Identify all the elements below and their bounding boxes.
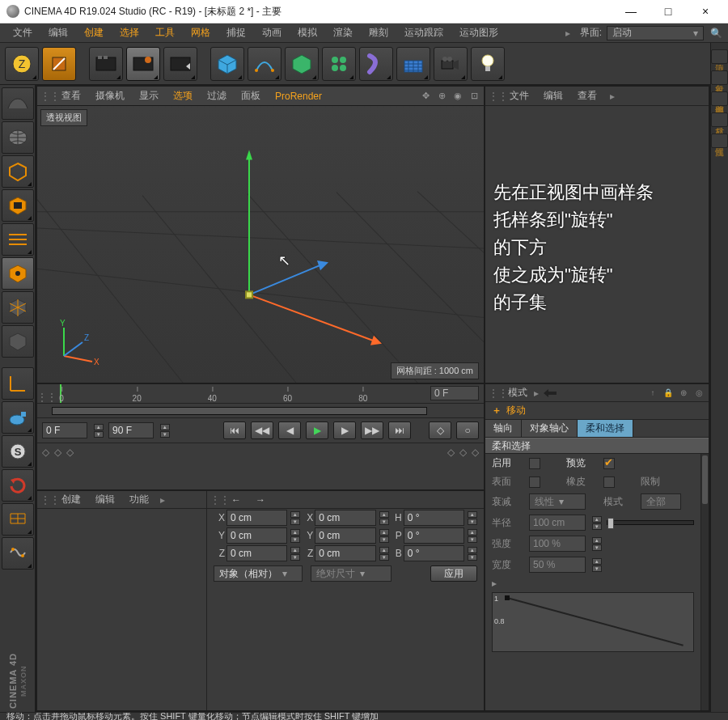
scale-tool-button[interactable]: S xyxy=(2,435,34,468)
coords-menu-edit[interactable]: 编辑 xyxy=(89,493,121,506)
coord-mode2-dropdown[interactable]: 绝对尺寸 xyxy=(311,565,392,582)
right-tab-attr[interactable]: 属性 xyxy=(711,133,728,148)
coords-nav-right[interactable]: → xyxy=(249,494,272,506)
menu-edit[interactable]: 编辑 xyxy=(40,23,76,42)
deformer-button[interactable] xyxy=(359,47,393,81)
autokey-button[interactable]: ○ xyxy=(456,421,479,439)
om-menu-view[interactable]: 查看 xyxy=(571,89,603,103)
surface-checkbox[interactable] xyxy=(529,476,540,488)
viewport-menu-prorender[interactable]: ProRender xyxy=(269,91,328,102)
falloff-curve[interactable]: 1 0.8 xyxy=(492,592,694,652)
uv-poly-button[interactable] xyxy=(2,325,34,358)
snap-button[interactable] xyxy=(2,503,34,536)
nav-prev-icon[interactable]: ▸ xyxy=(561,26,575,40)
panel-grip-icon[interactable]: ⋮⋮ xyxy=(489,91,502,102)
menu-render[interactable]: 渲染 xyxy=(325,23,361,42)
texture-mode-button[interactable] xyxy=(2,155,34,188)
edge-mode-button[interactable] xyxy=(2,257,34,290)
coords-menu-func[interactable]: 功能 xyxy=(123,493,155,506)
camera-button[interactable] xyxy=(434,47,468,81)
current-frame-field[interactable]: 0 F xyxy=(430,386,479,400)
tab-object-axis[interactable]: 对象轴心 xyxy=(522,420,578,437)
size-x-spin[interactable]: ▴▾ xyxy=(379,511,389,525)
ui-layout-dropdown[interactable]: 启动 xyxy=(607,26,704,40)
next-key-button[interactable]: ▶▶ xyxy=(361,421,383,439)
right-tab-content[interactable]: 内容浏览器 xyxy=(711,91,728,106)
strength-field[interactable]: 100 % xyxy=(529,536,586,552)
rot-p-field[interactable]: 0 ° xyxy=(404,527,464,544)
viewport-menu-display[interactable]: 显示 xyxy=(133,89,165,103)
right-tab-render[interactable]: 渲染 xyxy=(711,49,728,64)
prev-key-button[interactable]: ◀◀ xyxy=(251,421,273,439)
point-mode-button[interactable] xyxy=(2,223,34,256)
goto-start-button[interactable]: ⏮ xyxy=(223,421,246,439)
axis-button[interactable] xyxy=(2,367,34,400)
width-field[interactable]: 50 % xyxy=(529,557,586,573)
panel-grip-icon[interactable]: ⋮⋮ xyxy=(40,91,53,102)
next-frame-button[interactable]: ▶ xyxy=(333,421,356,439)
size-z-field[interactable]: 0 cm xyxy=(315,545,375,561)
poly-mode-button[interactable] xyxy=(2,291,34,324)
start-frame-field[interactable]: 0 F xyxy=(42,422,87,438)
menu-snap[interactable]: 捕捉 xyxy=(218,23,254,42)
radius-slider[interactable] xyxy=(607,520,694,525)
viewport-menu-camera[interactable]: 摄像机 xyxy=(89,89,131,103)
panel-grip-icon[interactable]: ⋮⋮ xyxy=(489,388,502,399)
size-y-field[interactable]: 0 cm xyxy=(315,527,375,544)
size-x-field[interactable]: 0 cm xyxy=(315,510,375,526)
menu-file[interactable]: 文件 xyxy=(5,23,40,42)
target-icon[interactable]: ◎ xyxy=(692,387,705,400)
maximize-view-icon[interactable]: ⊡ xyxy=(468,90,480,103)
play-button[interactable]: ▶ xyxy=(306,421,328,439)
model-mode-button[interactable] xyxy=(2,121,34,154)
move-tool-button[interactable] xyxy=(2,401,34,434)
softmode-dropdown[interactable]: 全部 xyxy=(641,493,681,510)
attr-mode-menu[interactable]: 模式 xyxy=(505,386,531,400)
panel-grip-icon[interactable]: ⋮⋮ xyxy=(40,494,53,506)
start-frame-spin[interactable]: ▴▾ xyxy=(94,424,104,438)
overflow-right-icon[interactable]: ▸ xyxy=(605,91,620,102)
strength-spin[interactable]: ▴▾ xyxy=(592,537,602,551)
tab-soft-select[interactable]: 柔和选择 xyxy=(578,420,633,437)
render-view-button[interactable] xyxy=(89,47,123,81)
preview-checkbox[interactable] xyxy=(603,458,615,469)
menu-mtrack[interactable]: 运动跟踪 xyxy=(396,23,451,42)
coords-nav-left[interactable]: ← xyxy=(225,494,248,506)
right-tab-object[interactable]: 对象 xyxy=(711,70,728,85)
width-spin[interactable]: ▴▾ xyxy=(592,558,602,572)
make-editable-button[interactable] xyxy=(42,47,76,81)
om-menu-edit[interactable]: 编辑 xyxy=(537,89,569,103)
enable-checkbox[interactable] xyxy=(529,458,540,469)
viewport-menu-panel[interactable]: 面板 xyxy=(235,89,267,103)
array-button[interactable] xyxy=(322,47,356,81)
spline-tool-button[interactable] xyxy=(248,47,281,81)
rubber-checkbox[interactable] xyxy=(603,476,615,488)
subdiv-surface-button[interactable] xyxy=(285,47,319,81)
coord-mode1-dropdown[interactable]: 对象（相对） xyxy=(214,565,303,582)
timeline-range[interactable] xyxy=(37,404,484,418)
pos-z-field[interactable]: 0 cm xyxy=(226,545,287,561)
render-settings-button[interactable] xyxy=(163,47,197,81)
menu-simulate[interactable]: 模拟 xyxy=(290,23,325,42)
workplane-button[interactable] xyxy=(2,189,34,222)
goto-end-button[interactable]: ⏭ xyxy=(388,421,411,439)
menu-animate[interactable]: 动画 xyxy=(254,23,290,42)
rotate-tool-button[interactable] xyxy=(2,469,34,502)
material-area[interactable] xyxy=(37,509,206,710)
pos-x-spin[interactable]: ▴▾ xyxy=(290,511,300,525)
menu-mograph[interactable]: 运动图形 xyxy=(451,23,506,42)
radius-field[interactable]: 100 cm xyxy=(529,515,586,531)
menu-mesh[interactable]: 网格 xyxy=(183,23,218,42)
render-region-button[interactable] xyxy=(126,47,160,81)
rot-h-spin[interactable]: ▴▾ xyxy=(468,511,477,525)
viewport-menu-options[interactable]: 选项 xyxy=(167,89,199,103)
new-window-icon[interactable]: ⊕ xyxy=(677,387,690,400)
panel-grip-icon[interactable]: ⋮⋮ xyxy=(210,494,223,506)
coords-menu-create[interactable]: 创建 xyxy=(55,493,87,506)
curve-expand-icon[interactable]: ▸ xyxy=(492,578,524,589)
live-select-button[interactable] xyxy=(2,87,34,120)
up-level-icon[interactable]: ↑ xyxy=(646,387,659,400)
menu-select[interactable]: 选择 xyxy=(112,23,147,42)
rot-b-field[interactable]: 0 ° xyxy=(404,545,464,561)
light-button[interactable] xyxy=(471,47,505,81)
